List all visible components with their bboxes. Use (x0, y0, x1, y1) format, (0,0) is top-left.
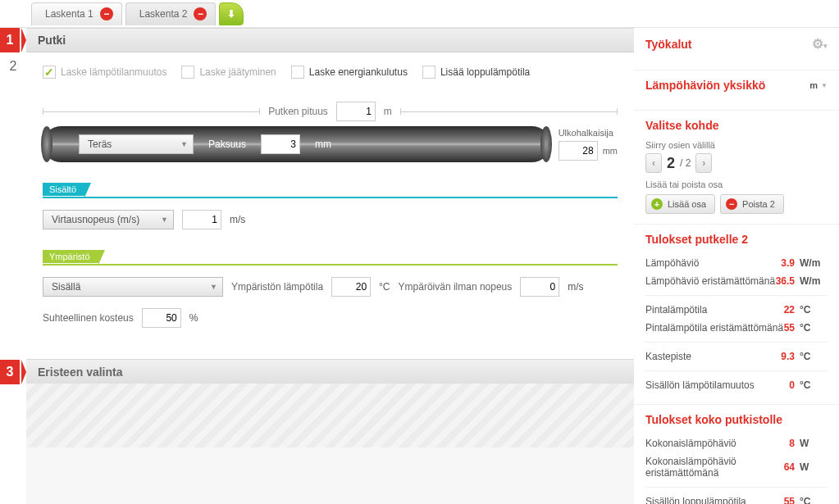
nav-total: / 2 (680, 157, 691, 169)
env-row-2: Suhteellinen kosteus % (43, 308, 618, 328)
prev-button[interactable]: ‹ (645, 153, 662, 173)
result-row: Pintalämpötila22°C (645, 301, 828, 319)
diameter-input[interactable] (559, 141, 598, 161)
humidity-label: Suhteellinen kosteus (43, 312, 134, 324)
tools-section: Työkalut ⚙▾ (634, 28, 839, 70)
length-label: Putken pituus (268, 106, 328, 117)
thickness-unit: mm (315, 138, 331, 150)
checkbox-icon (181, 66, 194, 79)
plus-icon: + (651, 198, 663, 210)
ruler-line (400, 111, 618, 112)
result-row: Pintalämpötila eristämättömänä55°C (645, 319, 828, 337)
minus-icon: − (726, 198, 737, 210)
select-value: Virtausnopeus (m/s) (52, 214, 139, 225)
tools-title: Työkalut (645, 38, 692, 51)
band-label: Sisältö (43, 183, 84, 196)
addrem-label: Lisää tai poista osa (645, 179, 828, 189)
select-value: Sisällä (52, 281, 80, 293)
check-label: Laske lämpötilanmuutos (61, 66, 166, 78)
result-row: Kokonaislämpöhäviö eristämättömänä64W (645, 452, 828, 482)
section-pipe-body: Laske lämpötilanmuutos Laske jäätyminen … (26, 52, 634, 359)
env-band: Ympäristö (43, 249, 618, 266)
env-temp-unit: °C (379, 281, 390, 293)
target-title: Valitse kohde (645, 119, 718, 132)
results-total-title: Tulokset koko putkistolle (645, 413, 782, 426)
env-temp-label: Ympäristön lämpötila (231, 281, 323, 293)
step-rail: 1 2 (0, 28, 26, 504)
length-unit: m (384, 106, 392, 117)
gear-icon[interactable]: ⚙▾ (812, 36, 828, 52)
step-2[interactable]: 2 (0, 52, 26, 92)
tab-label: Laskenta 2 (139, 8, 188, 20)
result-row: Sisällön loppulämpötila55°C (645, 493, 828, 504)
humidity-input[interactable] (142, 308, 181, 328)
length-input[interactable] (336, 102, 376, 121)
air-speed-unit: m/s (568, 281, 583, 293)
checkbox-icon (422, 66, 435, 79)
result-row: Sisällön lämpötilamuutos0°C (645, 376, 828, 394)
check-label: Laske jäätyminen (199, 66, 276, 78)
chevron-right-icon (21, 360, 26, 384)
thickness-label: Paksuus (208, 138, 246, 150)
tab-label: Laskenta 1 (45, 8, 93, 20)
flow-row: Virtausnopeus (m/s) m/s (43, 210, 618, 229)
nav-current: 2 (667, 155, 675, 172)
flow-value-input[interactable] (182, 210, 221, 229)
result-row: Kokonaislämpöhäviö8W (645, 434, 828, 452)
close-icon[interactable]: − (100, 7, 113, 20)
tab-calc-2[interactable]: Laskenta 2 − (125, 2, 217, 25)
step-3: 3 (0, 360, 20, 384)
options-row: Laske lämpötilanmuutos Laske jäätyminen … (43, 66, 618, 79)
material-select[interactable]: Teräs (79, 134, 194, 154)
results-pipe-section: Tulokset putkelle 2 Lämpöhäviö3.9W/m Läm… (634, 225, 839, 405)
check-end-temp[interactable]: Lisää loppulämpötila (422, 66, 530, 79)
humidity-unit: % (189, 312, 198, 324)
env-row-1: Sisällä Ympäristön lämpötila °C Ympäröiv… (43, 277, 618, 297)
check-energy[interactable]: Laske energiankulutus (291, 66, 408, 79)
air-speed-input[interactable] (520, 277, 559, 297)
close-icon[interactable]: − (194, 7, 207, 20)
section-pipe-header[interactable]: Putki (26, 28, 634, 52)
result-row: Lämpöhäviö3.9W/m (645, 254, 828, 272)
results-total-section: Tulokset koko putkistolle Kokonaislämpöh… (634, 405, 839, 504)
main-panel: Putki Laske lämpötilanmuutos Laske jääty… (26, 28, 634, 504)
unit-title: Lämpöhäviön yksikkö (645, 79, 765, 92)
hatched-area (26, 384, 634, 447)
tab-bar: Laskenta 1 − Laskenta 2 − ⬇ (0, 0, 839, 28)
content-band: Sisältö (43, 182, 618, 198)
ruler-line (43, 111, 260, 112)
pipe-graphic: Teräs Paksuus mm (43, 126, 550, 162)
result-row: Lämpöhäviö eristämättömänä36.5W/m (645, 272, 828, 290)
next-button[interactable]: › (695, 153, 712, 173)
button-label: Lisää osa (668, 199, 706, 209)
thickness-input[interactable] (261, 134, 300, 154)
section-title: Putki (38, 34, 66, 47)
diameter-label: Ulkohalkaisija (559, 128, 613, 138)
section-insulation-header[interactable]: 3 Eristeen valinta (26, 359, 634, 384)
check-temp-change[interactable]: Laske lämpötilanmuutos (43, 66, 166, 79)
add-part-button[interactable]: +Lisää osa (645, 194, 715, 214)
tab-calc-1[interactable]: Laskenta 1 − (31, 2, 122, 25)
select-value: Teräs (88, 138, 112, 150)
button-label: Poista 2 (742, 199, 775, 209)
checkbox-icon (291, 66, 304, 79)
flow-mode-select[interactable]: Virtausnopeus (m/s) (43, 210, 174, 229)
checkbox-icon (43, 66, 56, 79)
pipe-row: Teräs Paksuus mm Ulkohalkaisija mm (43, 126, 618, 162)
check-freezing[interactable]: Laske jäätyminen (181, 66, 276, 79)
band-label: Ympäristö (43, 250, 98, 263)
select-value: m (809, 80, 818, 90)
unit-select[interactable]: m (809, 80, 828, 90)
nav-label: Siirry osien välillä (645, 140, 828, 150)
diameter-block: Ulkohalkaisija mm (559, 128, 618, 161)
result-row: Kastepiste9.3°C (645, 347, 828, 366)
step-1[interactable]: 1 (0, 28, 20, 52)
diameter-unit: mm (603, 146, 618, 156)
results-pipe-title: Tulokset putkelle 2 (645, 233, 748, 246)
env-temp-input[interactable] (331, 277, 371, 297)
remove-part-button[interactable]: −Poista 2 (720, 194, 784, 214)
part-nav: ‹ 2 / 2 › (645, 153, 828, 173)
location-select[interactable]: Sisällä (43, 277, 223, 297)
check-label: Laske energiankulutus (309, 66, 408, 78)
add-tab-button[interactable]: ⬇ (219, 2, 244, 25)
